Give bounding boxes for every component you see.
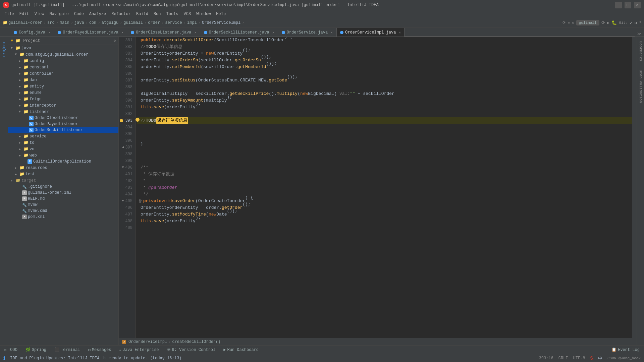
tree-orderseckilllistener[interactable]: COrderSeckillListener [8, 127, 118, 133]
menu-tools[interactable]: Tools [164, 11, 181, 17]
tree-helpmd[interactable]: MHELP.md [8, 196, 118, 202]
nav-src[interactable]: src [47, 20, 55, 25]
app-icon: G [3, 2, 9, 8]
tab-ordercloselistener[interactable]: OrderCloseListener.java ✕ [127, 28, 200, 37]
code-content[interactable]: public void createSeckillOrder(SeckillOr… [136, 37, 632, 338]
status-ide-text: IDE and Plugin Updates: IntelliJ IDEA is… [10, 356, 181, 361]
right-panel-structure[interactable]: Bean Validation [637, 67, 644, 106]
nav-orderserviceimpl[interactable]: OrderServiceImpl [202, 20, 240, 25]
close-button[interactable]: ✕ [634, 2, 641, 8]
tree-mvnwcmd[interactable]: 🔧mvnw.cmd [8, 208, 118, 214]
menu-view[interactable]: View [32, 11, 47, 17]
menu-vcs[interactable]: VCS [181, 11, 194, 17]
tree-constant[interactable]: ▶📁constant [8, 64, 118, 70]
tree-enume[interactable]: ▶📁enume [8, 89, 118, 96]
tree-dao[interactable]: ▶📁dao [8, 77, 118, 83]
folder-icon: ▼ 📁 [11, 38, 20, 43]
menu-navigate[interactable]: Navigate [47, 11, 71, 17]
minimize-button[interactable]: ─ [615, 2, 622, 8]
nav-order[interactable]: order [148, 20, 160, 25]
tree-entity[interactable]: ▶📁entity [8, 83, 118, 89]
tree-target[interactable]: ▶📁target [8, 177, 118, 184]
code-line-394 [137, 124, 632, 131]
bottom-tab-todo[interactable]: ☑ TODO [2, 347, 20, 353]
tree-listener[interactable]: ▼📁listener [8, 109, 118, 115]
menu-window[interactable]: Window [194, 11, 213, 17]
tree-config[interactable]: ▶📁config [8, 58, 118, 64]
tab-orderservice[interactable]: OrderService.java ✕ [278, 28, 336, 37]
tab-orderpayedlistener[interactable]: OrderPayedListener.java ✕ [54, 28, 127, 37]
bottom-tab-event-log[interactable]: 📋 Event Log [609, 347, 642, 353]
tree-service[interactable]: ▶📁service [8, 133, 118, 139]
code-line-386 [137, 70, 632, 77]
menu-run[interactable]: Run [151, 11, 164, 17]
scrollbar-minimap[interactable] [632, 37, 637, 338]
tab-config[interactable]: Config.java ✕ [10, 28, 54, 37]
breadcrumb-method[interactable]: createSeckillOrder() [172, 340, 220, 344]
tree-com-atguigu[interactable]: ▼📁com.atguigu.gulimall.order [8, 51, 118, 58]
bottom-tab-terminal[interactable]: ⬛ Terminal [52, 347, 83, 353]
nav-gulimall-order[interactable]: gulimall-order [8, 20, 42, 25]
tree-web[interactable]: ▶📁web [8, 152, 118, 159]
nav-atguigu[interactable]: atguigu [102, 20, 118, 25]
tree-iml[interactable]: igulimall-order.iml [8, 190, 118, 196]
tree-controller[interactable]: ▶📁controller [8, 70, 118, 77]
tree-ordercloselistener[interactable]: COrderCloseListener [8, 115, 118, 121]
tab-orderseckilllistener[interactable]: OrderSeckillListener.java ✕ [200, 28, 278, 37]
nav-impl[interactable]: impl [187, 20, 197, 25]
tab-orderserviceimpl[interactable]: OrderServiceImpl.java ✕ [336, 28, 405, 37]
tree-orderpayedlistener[interactable]: COrderPayedListener [8, 121, 118, 127]
menu-analyze[interactable]: Analyze [87, 11, 109, 17]
bottom-tab-run-dashboard[interactable]: ▶ Run Dashboard [221, 347, 261, 353]
status-encoding[interactable]: UTF-8 [573, 356, 585, 361]
bottom-tab-messages[interactable]: ✉ Messages [86, 347, 114, 353]
tree-pomxml[interactable]: Xpom.xml [8, 214, 118, 220]
nav-gulimall[interactable]: gulimall [123, 20, 143, 25]
tree-resources[interactable]: ▶📁resources [8, 165, 118, 171]
line-383: 383 [119, 50, 135, 57]
status-update-icon[interactable]: ℹ [3, 355, 5, 361]
tree-to[interactable]: ▶📁to [8, 139, 118, 146]
project-header[interactable]: ▼ 📁 Project ⚙ [8, 37, 118, 45]
status-csdn: CSDN @wang_book [607, 356, 641, 360]
tree-java[interactable]: ▼📁java [8, 45, 118, 51]
tree-gulimallorderapplication[interactable]: CGulimallOrderApplication [8, 159, 118, 165]
menu-code[interactable]: Code [71, 11, 87, 17]
nav-main[interactable]: main [60, 20, 69, 25]
tree-interceptor[interactable]: ▶📁interceptor [8, 102, 118, 109]
nav-com[interactable]: com [89, 20, 97, 25]
java-ent-icon: ☕ [119, 348, 121, 352]
bottom-tab-spring[interactable]: 🌿 Spring [23, 347, 49, 353]
line-396: 396 [119, 137, 135, 144]
tree-mvnw[interactable]: 🔧mvnw [8, 202, 118, 208]
status-lang[interactable]: 中 [598, 355, 602, 361]
maximize-button[interactable]: □ [625, 2, 631, 8]
code-line-404: */ [137, 191, 632, 198]
bottom-tab-version-control[interactable]: ⑨ 9: Version Control [164, 347, 218, 353]
tree-vo[interactable]: ▶📁vo [8, 146, 118, 152]
menu-refactor[interactable]: Refactor [109, 11, 133, 17]
line-391: 391 [119, 104, 135, 111]
menu-file[interactable]: File [2, 11, 17, 17]
breadcrumb-class[interactable]: OrderServiceImpl [128, 340, 167, 344]
tree-feign[interactable]: ▶📁feign [8, 96, 118, 102]
menu-edit[interactable]: Edit [17, 11, 32, 17]
vert-tab-project[interactable]: Project [1, 39, 7, 59]
tree-gitignore[interactable]: 🔧.gitignore [8, 184, 118, 190]
line-389: 389 [119, 90, 135, 97]
nav-java[interactable]: java [74, 20, 84, 25]
bottom-tab-java-enterprise[interactable]: ☕ Java Enterprise [117, 347, 162, 353]
menu-build[interactable]: Build [133, 11, 151, 17]
menu-help[interactable]: Help [213, 11, 228, 17]
right-panel-bookmarks[interactable]: Bookmarks [637, 39, 644, 64]
messages-icon: ✉ [88, 347, 91, 352]
code-line-401: * 保存订单数据 [137, 171, 632, 178]
status-position[interactable]: 393:16 [539, 356, 553, 361]
tab-extra[interactable]: ≫ [635, 31, 644, 37]
status-sonar: S [590, 356, 593, 361]
status-crlf[interactable]: CRLF [558, 356, 568, 361]
nav-service[interactable]: service [165, 20, 182, 25]
menu-bar: File Edit View Navigate Code Analyze Ref… [0, 10, 644, 18]
tree-test[interactable]: ▶📁test [8, 171, 118, 177]
code-line-393: //TODO 保存订单项信息 [137, 117, 632, 124]
